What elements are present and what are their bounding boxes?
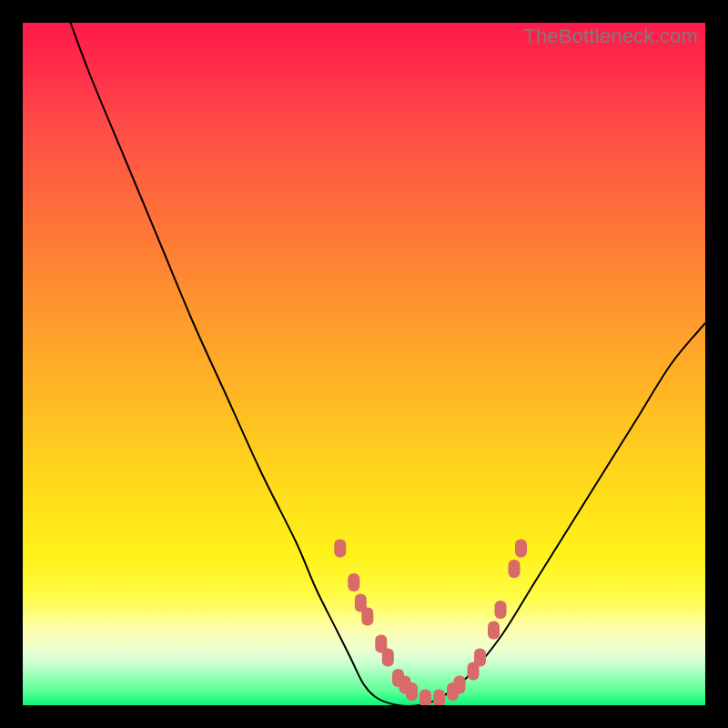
plot-area: TheBottleneck.com bbox=[23, 23, 705, 705]
curve-marker bbox=[348, 573, 359, 592]
markers-group bbox=[334, 540, 527, 706]
curve-marker bbox=[382, 649, 394, 667]
curve-marker bbox=[361, 608, 373, 626]
curve-marker bbox=[515, 540, 527, 558]
curve-marker bbox=[433, 690, 445, 706]
curve-marker bbox=[420, 690, 431, 706]
curve-marker bbox=[454, 676, 466, 694]
bottleneck-curve bbox=[71, 23, 706, 705]
curve-marker bbox=[406, 682, 418, 701]
curve-svg bbox=[23, 23, 705, 705]
curve-marker bbox=[474, 649, 486, 667]
curve-marker bbox=[334, 540, 346, 558]
curve-marker bbox=[509, 560, 521, 578]
curve-marker bbox=[488, 622, 500, 640]
chart-frame: TheBottleneck.com bbox=[0, 0, 728, 728]
curve-marker bbox=[495, 601, 507, 619]
